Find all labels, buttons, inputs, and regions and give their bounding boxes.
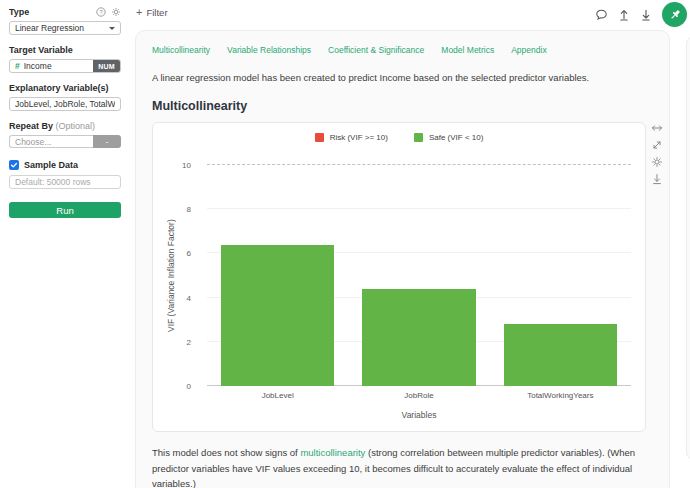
x-tick-label: JobRole (348, 391, 489, 400)
comment-icon[interactable] (595, 8, 608, 21)
legend-label: Safe (VIF < 10) (429, 133, 483, 142)
legend-swatch (315, 133, 324, 142)
target-variable-value: Income (24, 61, 52, 71)
y-tick-label: 0 (187, 382, 191, 391)
legend-item[interactable]: Safe (VIF < 10) (414, 133, 483, 142)
plus-icon: + (136, 6, 142, 18)
type-select-value: Linear Regression (15, 23, 84, 33)
target-variable-label: Target Variable (9, 45, 121, 55)
y-tick-label: 6 (187, 249, 191, 258)
bars (207, 165, 631, 386)
y-tick-label: 4 (187, 293, 191, 302)
upload-icon[interactable] (618, 8, 630, 21)
y-axis-ticks: 0246810 (153, 165, 199, 386)
expand-icon[interactable] (651, 139, 663, 151)
settings-icon[interactable] (111, 7, 121, 17)
legend-swatch (414, 133, 423, 142)
repeat-by-select[interactable]: Choose... (9, 135, 93, 148)
repeat-by-clear-button[interactable]: - (93, 135, 121, 148)
repeat-by-label: Repeat By (Optional) (9, 121, 121, 131)
run-button[interactable]: Run (9, 202, 121, 218)
legend-label: Risk (VIF >= 10) (330, 133, 388, 142)
chart-toolbar (651, 122, 663, 185)
num-badge: NUM (93, 60, 120, 72)
tab-model-metrics[interactable]: Model Metrics (441, 45, 494, 55)
download-icon[interactable] (651, 173, 663, 185)
svg-text:?: ? (99, 9, 103, 15)
tab-variable-relationships[interactable]: Variable Relationships (227, 45, 311, 55)
explanatory-variables-input[interactable]: JobLevel, JobRole, TotalW... (9, 97, 121, 111)
next-panel-edge (686, 36, 690, 460)
type-label: Type (9, 7, 29, 17)
filter-button[interactable]: + Filter (136, 6, 168, 18)
analytics-panel: MulticollinearityVariable RelationshipsC… (135, 30, 670, 488)
bar-slot (207, 165, 348, 386)
optional-label: (Optional) (56, 121, 96, 131)
sidebar: Type ? Linear Regression Target Variable… (0, 0, 130, 488)
tab-appendix[interactable]: Appendix (511, 45, 546, 55)
x-tick-label: JobLevel (207, 391, 348, 400)
section-title: Multicollinearity (152, 99, 653, 113)
type-select[interactable]: Linear Regression (9, 21, 121, 35)
tab-bar: MulticollinearityVariable RelationshipsC… (152, 45, 653, 55)
bar-totalworkingyears[interactable] (504, 324, 617, 386)
y-tick-label: 2 (187, 337, 191, 346)
explanatory-variables-label: Explanatory Variable(s) (9, 83, 121, 93)
bar-slot (348, 165, 489, 386)
x-axis-title: Variables (207, 410, 631, 420)
y-tick-label: 8 (187, 205, 191, 214)
pushpin-icon (667, 7, 683, 23)
bar-joblevel[interactable] (221, 245, 334, 386)
x-tick-label: TotalWorkingYears (490, 391, 631, 400)
sample-data-checkbox[interactable] (9, 160, 19, 170)
resize-horizontal-icon[interactable] (651, 122, 663, 134)
intro-text: A linear regression model has been creat… (152, 72, 653, 83)
numeric-type-icon: # (15, 61, 20, 71)
settings-icon[interactable] (651, 156, 663, 168)
tab-multicollinearity[interactable]: Multicollinearity (152, 45, 210, 55)
plot-area (207, 165, 631, 386)
chevron-down-icon (109, 27, 115, 30)
multicollinearity-link[interactable]: multicollinearity (300, 447, 365, 458)
help-icon[interactable]: ? (96, 7, 106, 17)
download-icon[interactable] (640, 8, 652, 21)
conclusion-before: This model does not show signs of (152, 447, 300, 458)
avatar[interactable] (662, 2, 687, 27)
bar-jobrole[interactable] (362, 289, 475, 386)
conclusion-text: This model does not show signs of multic… (152, 445, 652, 488)
check-icon (10, 161, 18, 169)
tab-coefficient-significance[interactable]: Coefficient & Significance (328, 45, 424, 55)
bar-slot (490, 165, 631, 386)
topbar-icons (595, 2, 687, 27)
y-tick-label: 10 (182, 161, 191, 170)
filter-label: Filter (146, 7, 167, 18)
explanatory-variables-value: JobLevel, JobRole, TotalW... (15, 99, 115, 109)
chart-legend: Risk (VIF >= 10)Safe (VIF < 10) (153, 133, 645, 142)
x-axis-labels: JobLevelJobRoleTotalWorkingYears (207, 391, 631, 400)
legend-item[interactable]: Risk (VIF >= 10) (315, 133, 388, 142)
sample-size-input[interactable] (9, 175, 121, 189)
sample-data-label: Sample Data (24, 160, 78, 170)
target-variable-input[interactable]: # Income NUM (9, 59, 121, 73)
vif-bar-chart: Risk (VIF >= 10)Safe (VIF < 10) VIF (Var… (152, 122, 646, 432)
